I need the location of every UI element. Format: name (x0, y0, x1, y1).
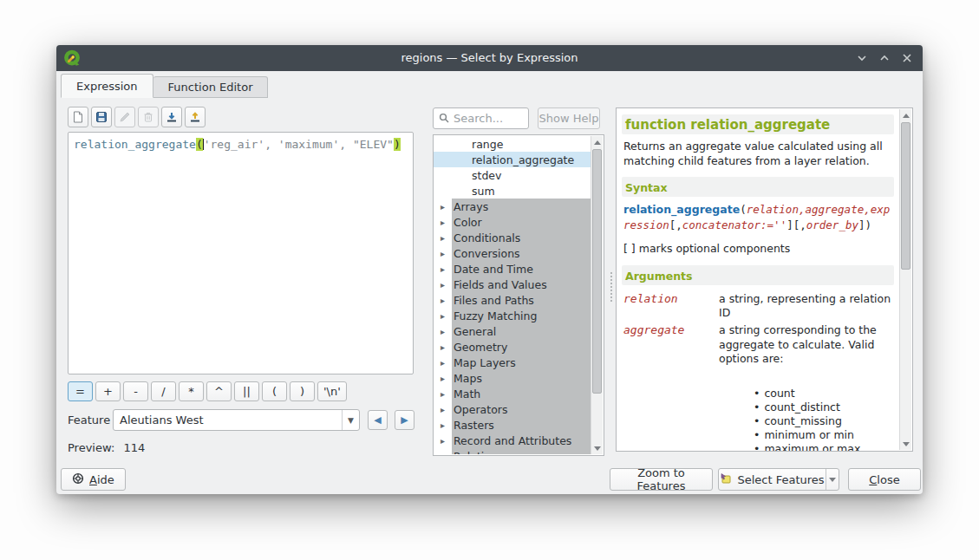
op-multiply-button[interactable]: * (179, 381, 204, 401)
chevron-right-icon: ▸ (434, 311, 452, 321)
select-features-main[interactable]: Select Features (719, 469, 826, 490)
function-item-sum[interactable]: sum (434, 183, 591, 199)
function-group-color[interactable]: ▸Color (434, 214, 591, 230)
tab-function-editor[interactable]: Function Editor (153, 76, 269, 98)
function-item-relation-aggregate[interactable]: relation_aggregate (434, 152, 591, 167)
close-icon[interactable] (900, 51, 914, 65)
edit-expression-icon (114, 107, 135, 127)
chevron-right-icon: ▸ (434, 405, 452, 414)
search-input[interactable] (454, 112, 514, 125)
chevron-right-icon: ▸ (434, 374, 452, 383)
scroll-down-icon[interactable] (591, 442, 604, 454)
op-power-button[interactable]: ^ (206, 381, 232, 401)
expression-arguments: 'reg_air', 'maximum', "ELEV" (204, 138, 394, 151)
feature-row: Feature Aleutians West ▼ ◀ ▶ (68, 409, 414, 431)
operator-buttons: = + - / * ^ || ( ) '\n' (68, 381, 347, 401)
function-group-math[interactable]: ▸Math (434, 386, 591, 401)
chevron-right-icon: ▸ (434, 420, 452, 430)
function-list-scrollbar[interactable] (591, 136, 603, 454)
maximize-icon[interactable] (878, 51, 891, 65)
function-group-files-and-paths[interactable]: ▸Files and Paths (434, 292, 591, 308)
titlebar[interactable]: regions — Select by Expression (56, 45, 923, 71)
select-features-button[interactable]: Select Features (718, 468, 839, 491)
op-open-paren-button[interactable]: ( (262, 381, 287, 401)
function-group-general[interactable]: ▸General (434, 323, 591, 339)
chevron-right-icon: ▸ (434, 218, 452, 227)
help-description: Returns an aggregate value calculated us… (623, 140, 894, 168)
chevron-right-icon: ▸ (434, 452, 452, 455)
argument-description: a string corresponding to the aggregate … (719, 323, 894, 366)
argument-name: aggregate (623, 323, 719, 366)
function-group-record-and-attributes[interactable]: ▸Record and Attributes (434, 433, 591, 448)
function-item-range[interactable]: range (434, 136, 591, 152)
save-expression-icon[interactable] (91, 107, 112, 127)
function-help-content: function relation_aggregate Returns an a… (617, 108, 899, 451)
function-group-rasters[interactable]: ▸Rasters (434, 417, 591, 433)
function-group-geometry[interactable]: ▸Geometry (434, 339, 591, 355)
screen-background: regions — Select by Expression Expressio… (0, 0, 979, 560)
op-minus-button[interactable]: - (123, 381, 148, 401)
select-features-dropdown[interactable] (826, 469, 839, 490)
expression-editor[interactable]: relation_aggregate('reg_air', 'maximum',… (68, 132, 414, 374)
op-equals-button[interactable]: = (68, 381, 93, 401)
scroll-up-icon[interactable] (591, 136, 604, 148)
function-group-fields-and-values[interactable]: ▸Fields and Values (434, 277, 591, 292)
chevron-down-icon: ▼ (342, 410, 359, 430)
feature-label: Feature (68, 413, 113, 427)
tab-bar: Expression Function Editor (61, 74, 268, 98)
syntax-heading: Syntax (625, 181, 668, 194)
scroll-down-icon[interactable] (900, 438, 912, 450)
matched-paren-open: ( (196, 138, 203, 151)
op-newline-button[interactable]: '\n' (317, 381, 347, 401)
new-expression-icon[interactable] (68, 107, 88, 127)
op-close-paren-button[interactable]: ) (290, 381, 315, 401)
function-group-maps[interactable]: ▸Maps (434, 370, 591, 386)
scrollbar-thumb[interactable] (901, 122, 910, 270)
function-group-date-and-time[interactable]: ▸Date and Time (434, 261, 591, 277)
function-list: range relation_aggregate stdev sum ▸Arra… (433, 134, 604, 456)
window-controls (855, 45, 914, 71)
search-box (433, 107, 529, 129)
close-button[interactable]: Close (848, 468, 921, 491)
function-group-operators[interactable]: ▸Operators (434, 401, 591, 417)
help-button[interactable]: Aide (61, 468, 126, 491)
help-button-label: Aide (89, 473, 114, 486)
function-group-fuzzy-matching[interactable]: ▸Fuzzy Matching (434, 308, 591, 323)
function-item-stdev[interactable]: stdev (434, 167, 591, 183)
export-expressions-icon[interactable] (185, 107, 206, 127)
function-group-arrays[interactable]: ▸Arrays (434, 199, 591, 214)
zoom-to-features-button[interactable]: Zoom to Features (610, 468, 713, 491)
function-group-conversions[interactable]: ▸Conversions (434, 245, 591, 261)
chevron-right-icon: ▸ (434, 389, 452, 399)
select-features-icon (720, 472, 732, 487)
show-help-button[interactable]: Show Help (538, 107, 600, 129)
shade-icon[interactable] (855, 51, 869, 65)
optional-components-note: [ ] marks optional components (623, 242, 894, 257)
next-feature-button[interactable]: ▶ (395, 410, 414, 430)
op-concat-button[interactable]: || (234, 381, 259, 401)
expression-function-name: relation_aggregate (74, 138, 196, 151)
tab-expression[interactable]: Expression (61, 74, 153, 98)
aggregate-option: minimum or min (754, 428, 894, 442)
feature-combobox[interactable]: Aleutians West ▼ (113, 409, 360, 431)
function-list-viewport: range relation_aggregate stdev sum ▸Arra… (434, 136, 591, 454)
chevron-right-icon: ▸ (434, 233, 452, 243)
chevron-right-icon: ▸ (434, 296, 452, 305)
scrollbar-thumb[interactable] (592, 149, 602, 394)
chevron-right-icon: ▸ (434, 327, 452, 336)
function-group-relations[interactable]: ▸Relations (434, 448, 591, 454)
aggregate-option: maximum or max (754, 442, 894, 452)
previous-feature-button[interactable]: ◀ (368, 410, 388, 430)
op-divide-button[interactable]: / (151, 381, 176, 401)
help-panel-scrollbar[interactable] (899, 109, 911, 450)
panel-splitter[interactable] (610, 272, 612, 302)
aggregate-option: count_distinct (754, 400, 894, 414)
op-plus-button[interactable]: + (95, 381, 121, 401)
scroll-up-icon[interactable] (900, 109, 912, 121)
feature-combobox-value: Aleutians West (114, 413, 342, 427)
chevron-right-icon: ▸ (434, 202, 452, 212)
function-group-map-layers[interactable]: ▸Map Layers (434, 355, 591, 370)
import-expressions-icon[interactable] (161, 107, 182, 127)
window-title: regions — Select by Expression (56, 45, 923, 71)
function-group-conditionals[interactable]: ▸Conditionals (434, 230, 591, 245)
